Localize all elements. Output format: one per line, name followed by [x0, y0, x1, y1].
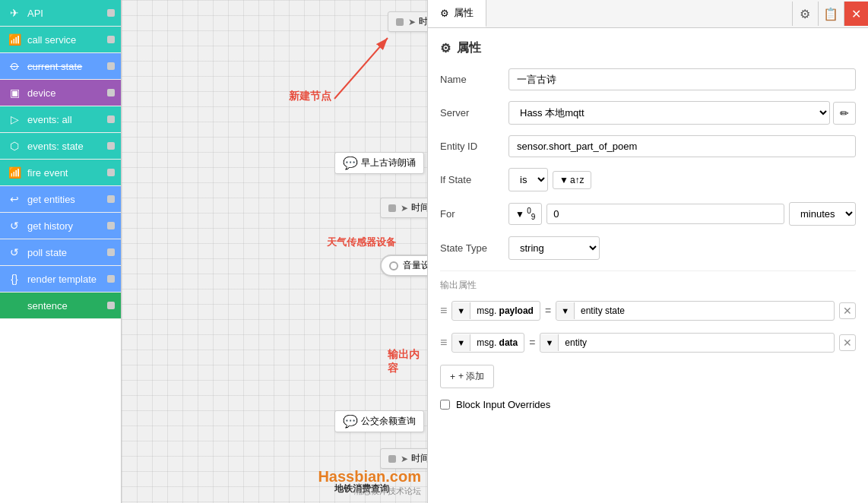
sort-icon: ▼	[559, 175, 569, 185]
form-row-state-type: State Type string	[440, 236, 856, 260]
if-state-label: If State	[440, 174, 508, 185]
block-input-checkbox[interactable]	[440, 400, 450, 410]
remove-btn-1[interactable]: ✕	[839, 302, 856, 319]
sidebar-item-label: get history	[27, 220, 104, 232]
add-output-btn[interactable]: + + 添加	[440, 365, 494, 388]
sidebar-item-poll-state[interactable]: ↺ poll state	[0, 239, 121, 266]
sidebar-dot	[107, 89, 115, 96]
server-select[interactable]: Hass 本地mqtt	[508, 101, 830, 125]
sidebar-item-events-state[interactable]: ⬡ events: state	[0, 133, 121, 160]
type-label-2: msg. data	[470, 334, 524, 352]
type-select-1[interactable]: ▼ msg. payload	[451, 301, 540, 321]
form-row-entity-id: Entity ID	[440, 135, 856, 157]
node-arrow: ➤	[401, 203, 408, 214]
canvas-node-bus[interactable]: 💬 公交余额查询	[334, 410, 424, 432]
node-label: 时间戳 ↺	[419, 15, 427, 28]
sidebar-item-label: render template	[27, 274, 104, 285]
device-icon: ▣	[6, 84, 23, 101]
server-edit-btn[interactable]: ✏	[833, 102, 856, 125]
sidebar-item-call-service[interactable]: 📶 call service	[0, 27, 121, 53]
sidebar-dot	[107, 169, 115, 176]
render-template-icon: {}	[6, 270, 23, 287]
sidebar-dot	[107, 275, 115, 283]
speech-icon: 💬	[343, 156, 358, 170]
value-arrow-2[interactable]: ▼	[540, 334, 559, 351]
sidebar-item-label: call service	[27, 34, 104, 46]
canvas-label-output: 输出内容	[388, 348, 427, 375]
canvas[interactable]: ➤ 时间戳 ↺ 新建节点 💬 早上古诗朗诵 ➤ 时间戳 ↺ 天气传感器设备 音量…	[122, 0, 427, 503]
type-arrow-1[interactable]: ▼	[452, 302, 470, 319]
fire-event-icon: 📶	[6, 164, 23, 181]
form-row-server: Server Hass 本地mqtt ✏	[440, 101, 856, 125]
if-state-select[interactable]: is	[508, 168, 548, 191]
state-type-select[interactable]: string	[508, 236, 600, 260]
value-select-2[interactable]: ▼ entity	[540, 333, 835, 353]
sidebar-item-render-template[interactable]: {} render template	[0, 266, 121, 293]
sidebar-dot	[107, 9, 115, 17]
sidebar-item-fire-event[interactable]: 📶 fire event	[0, 160, 121, 186]
speech-icon2: 💬	[343, 414, 358, 429]
node-label: 早上古诗朗诵	[361, 157, 416, 169]
sidebar-dot	[107, 115, 115, 123]
book-icon-btn[interactable]: 📋	[818, 2, 842, 26]
sidebar-item-current-state[interactable]: ⊙ current state	[0, 53, 121, 80]
tab-properties[interactable]: ⚙ 属性	[428, 0, 486, 27]
current-state-icon: ⊙	[6, 58, 23, 74]
panel-tab-icons: ⚙ 📋 ✕	[792, 2, 868, 26]
sidebar-dot	[107, 36, 115, 43]
canvas-node-timestamp3[interactable]: ➤ 时间戳 ↺	[380, 448, 427, 469]
value-arrow-1[interactable]: ▼	[556, 302, 575, 319]
node-label: 时间戳 ↺	[411, 452, 427, 465]
for-unit-select[interactable]: minutes	[789, 202, 856, 226]
drag-handle-2[interactable]: ≡	[440, 336, 447, 350]
sidebar-dot	[107, 142, 115, 150]
type-arrow-2[interactable]: ▼	[452, 334, 470, 351]
close-icon-btn[interactable]: ✕	[844, 2, 868, 26]
sidebar-item-label: device	[27, 87, 104, 99]
for-row: ▼ 09 minutes	[508, 202, 856, 226]
circle-icon	[389, 261, 398, 270]
sidebar-item-get-history[interactable]: ↺ get history	[0, 213, 121, 239]
entity-id-label: Entity ID	[440, 141, 508, 152]
sidebar-item-api[interactable]: ✈ API	[0, 0, 121, 27]
if-state-row: is ▼ a↑z	[508, 168, 856, 191]
gear-icon-title: ⚙	[440, 41, 451, 55]
remove-btn-2[interactable]: ✕	[839, 334, 856, 351]
sidebar-dot	[107, 248, 115, 256]
node-label: 音量设置	[403, 259, 427, 272]
canvas-node-metro: 地铁消费查询	[334, 482, 389, 495]
gear-icon-tab: ⚙	[440, 8, 449, 19]
events-state-icon: ⬡	[6, 138, 23, 154]
az-sort-btn[interactable]: ▼ a↑z	[553, 171, 591, 189]
output-row-2: ≡ ▼ msg. data = ▼ entity ✕	[440, 330, 856, 356]
server-input-group: Hass 本地mqtt ✏	[508, 101, 856, 125]
sidebar-item-label: API	[27, 8, 104, 19]
sidebar-item-sentence[interactable]: sentence	[0, 293, 121, 319]
drag-handle-1[interactable]: ≡	[440, 304, 447, 318]
value-select-1[interactable]: ▼ entity state	[556, 301, 835, 321]
output-row-1: ≡ ▼ msg. payload = ▼ entity state ✕	[440, 298, 856, 324]
sidebar-item-get-entities[interactable]: ↩ get entities	[0, 186, 121, 213]
settings-icon-btn[interactable]: ⚙	[792, 2, 816, 26]
name-input[interactable]	[508, 68, 856, 90]
state-type-label: State Type	[440, 242, 508, 254]
entity-id-input[interactable]	[508, 135, 856, 157]
canvas-node-volume[interactable]: 音量设置	[380, 255, 427, 277]
sidebar-item-device[interactable]: ▣ device	[0, 80, 121, 106]
val-label-2: entity	[559, 334, 593, 352]
canvas-node-timestamp2[interactable]: ➤ 时间戳 ↺	[380, 198, 427, 218]
node-arrow: ➤	[401, 454, 408, 464]
for-input[interactable]	[546, 204, 784, 224]
sentence-icon	[6, 297, 23, 314]
for-type-btn[interactable]: ▼ 09	[508, 203, 542, 225]
right-panel: ⚙ 属性 ⚙ 📋 ✕ ⚙ 属性 Name Server	[427, 0, 868, 503]
type-label-1: msg. payload	[470, 302, 540, 320]
svg-line-1	[334, 38, 388, 99]
canvas-node-poem[interactable]: 💬 早上古诗朗诵	[334, 152, 424, 174]
poll-state-icon: ↺	[6, 244, 23, 261]
api-icon: ✈	[6, 5, 23, 21]
node-port	[388, 455, 396, 463]
canvas-node-timestamp1[interactable]: ➤ 时间戳 ↺	[388, 11, 427, 32]
type-select-2[interactable]: ▼ msg. data	[451, 333, 524, 353]
sidebar-item-events-all[interactable]: ▷ events: all	[0, 106, 121, 133]
